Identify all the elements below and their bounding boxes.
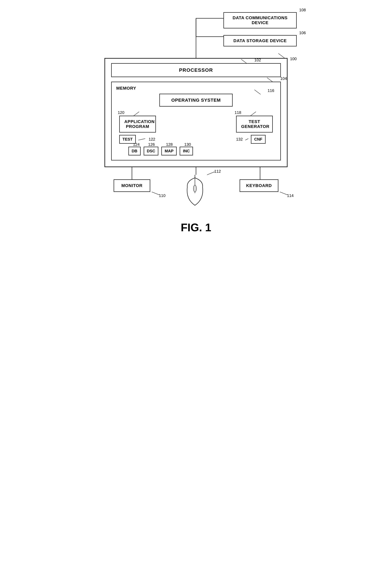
label-102: 102 <box>254 58 261 63</box>
keyboard-box: KEYBOARD <box>240 179 278 192</box>
map-box: MAP <box>162 147 177 155</box>
data-comms-box: DATA COMMUNICATIONSDEVICE <box>224 12 297 28</box>
test-gen-wrapper: 118 TESTGENERATOR <box>236 116 273 133</box>
svg-line-11 <box>245 139 248 140</box>
app-section: 120 APPLICATIONPROGRAM TEST <box>119 116 156 144</box>
svg-line-4 <box>278 54 284 58</box>
main-computer-wrapper: 100 102 PROCESSOR 104 <box>104 58 288 167</box>
test-arrow <box>138 137 147 142</box>
test-label: TEST <box>122 137 132 142</box>
data-storage-device: 106 DATA STORAGE DEVICE <box>224 31 297 46</box>
db-box: DB <box>128 147 141 155</box>
db-label: DB <box>132 149 138 153</box>
cnf-arrow <box>244 137 249 142</box>
data-storage-box: DATA STORAGE DEVICE <box>224 35 297 46</box>
test-generator-box: TESTGENERATOR <box>236 116 273 133</box>
label-120: 120 <box>118 110 124 115</box>
app-program-box: APPLICATIONPROGRAM <box>119 116 156 133</box>
main-box: 102 PROCESSOR 104 MEMORY <box>104 58 288 167</box>
app-label: APPLICATIONPROGRAM <box>124 119 155 129</box>
monitor-label: MONITOR <box>122 183 142 188</box>
monitor-section: MONITOR 110 <box>114 167 150 192</box>
svg-line-16 <box>207 172 215 175</box>
cnf-row: 132 CNF <box>236 135 266 144</box>
db-wrapper: 124 DB <box>128 147 141 155</box>
data-storage-label: DATA STORAGE DEVICE <box>233 38 286 43</box>
keyboard-section: KEYBOARD 114 <box>240 167 278 192</box>
app-program-wrapper: 120 APPLICATIONPROGRAM <box>119 116 156 133</box>
inc-label: INC <box>183 149 190 153</box>
map-wrapper: 128 MAP <box>162 147 177 155</box>
dsc-box: DSC <box>144 147 158 155</box>
top-section: 108 DATA COMMUNICATIONSDEVICE 106 DATA S… <box>104 9 288 58</box>
label-122: 122 <box>148 137 155 142</box>
data-comms-device: 108 DATA COMMUNICATIONSDEVICE <box>224 12 297 28</box>
bottom-devices: MONITOR 110 112 <box>104 167 288 209</box>
mouse-wrapper: 112 <box>184 175 206 209</box>
small-boxes-row: 124 DB 126 DSC 128 <box>126 147 276 155</box>
label-116: 116 <box>268 88 274 93</box>
processor-label: PROCESSOR <box>179 67 213 73</box>
inc-box: INC <box>180 147 193 155</box>
memory-box: MEMORY 116 OPERATING SYSTEM <box>111 82 281 160</box>
label-108: 108 <box>299 8 306 12</box>
label-118: 118 <box>234 110 241 115</box>
data-comms-label: DATA COMMUNICATIONSDEVICE <box>232 16 288 25</box>
memory-wrapper: 104 MEMORY 116 OPERATING SYSTEM <box>111 82 281 160</box>
svg-line-9 <box>138 139 145 140</box>
label-104: 104 <box>280 76 287 81</box>
svg-point-18 <box>194 185 196 192</box>
inc-wrapper: 130 INC <box>180 147 193 155</box>
monitor-wrapper: MONITOR 110 <box>114 179 150 192</box>
test-gen-section: 118 TESTGENERATOR 132 <box>236 116 273 144</box>
os-arrow <box>251 88 264 95</box>
processor-box: PROCESSOR <box>111 63 281 77</box>
map-label: MAP <box>164 149 174 153</box>
fig-label: FIG. 1 <box>181 221 211 234</box>
cnf-label: CNF <box>254 137 262 142</box>
dsc-wrapper: 126 DSC <box>144 147 158 155</box>
label-124: 124 <box>133 142 140 147</box>
svg-line-19 <box>280 192 288 195</box>
keyboard-wrapper: KEYBOARD 114 <box>240 179 278 192</box>
label-100: 100 <box>290 57 297 61</box>
mouse-illustration <box>184 175 206 208</box>
svg-line-7 <box>254 90 260 94</box>
mouse-section: 112 <box>184 167 206 209</box>
label-112: 112 <box>214 169 221 174</box>
keyboard-label: KEYBOARD <box>246 183 272 188</box>
diagram-container: 108 DATA COMMUNICATIONSDEVICE 106 DATA S… <box>89 9 303 234</box>
label-114: 114 <box>287 193 294 198</box>
label-126: 126 <box>148 142 155 147</box>
os-label: OPERATING SYSTEM <box>171 98 221 103</box>
label-130: 130 <box>184 142 191 147</box>
svg-line-15 <box>152 192 160 195</box>
os-box: OPERATING SYSTEM <box>160 94 232 107</box>
label-110: 110 <box>159 193 166 198</box>
monitor-box: MONITOR <box>114 179 150 192</box>
dsc-label: DSC <box>147 149 155 153</box>
label-128: 128 <box>166 142 172 147</box>
label-106: 106 <box>299 31 306 35</box>
cnf-box: CNF <box>251 135 266 144</box>
label-132: 132 <box>236 137 243 142</box>
os-wrapper: 116 OPERATING SYSTEM <box>116 94 276 111</box>
app-test-row: 120 APPLICATIONPROGRAM TEST <box>116 116 276 144</box>
test-gen-label: TESTGENERATOR <box>241 119 269 129</box>
processor-wrapper: 102 PROCESSOR <box>111 63 281 77</box>
